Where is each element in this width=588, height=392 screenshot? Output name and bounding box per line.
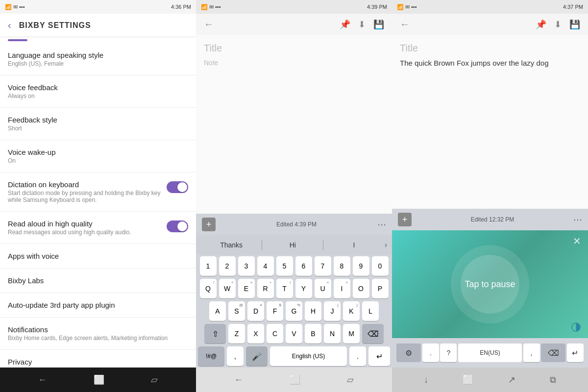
key-space[interactable]: English (US) [270,346,347,366]
key-c[interactable]: C [267,324,283,343]
suggestion-arrow-icon[interactable]: › [385,241,387,249]
settings-item-privacy[interactable]: Privacy [0,350,196,368]
key-j[interactable]: J( [324,301,341,321]
key-w[interactable]: W+ [219,279,236,298]
note-back-button-3[interactable]: ← [400,19,410,30]
key-x[interactable]: X [247,324,264,343]
dictation-toggle[interactable] [167,181,188,193]
move-icon[interactable]: ⬇ [358,19,366,30]
settings-item-voice-feedback[interactable]: Voice feedback Always on [0,75,196,108]
key-f[interactable]: F$ [267,301,283,321]
suggestion-hi[interactable]: Hi [262,239,323,251]
key-h[interactable]: H [305,301,321,321]
note-content-2[interactable]: Note [204,59,384,67]
key-comma[interactable]: , [227,346,244,366]
key-1[interactable]: 1 [200,256,217,276]
key-m[interactable]: M [343,324,360,343]
suggestion-thanks[interactable]: Thanks [201,239,262,251]
key-b[interactable]: B [305,324,321,343]
key-n[interactable]: N [324,324,341,343]
home-nav-icon[interactable]: ⬜ [94,374,104,385]
key-i[interactable]: I> [334,279,350,298]
settings-item-voice-wakeup[interactable]: Voice wake-up On [0,140,196,172]
key-7[interactable]: 7 [315,256,331,276]
save-icon[interactable]: 💾 [373,19,384,30]
key-9[interactable]: 9 [353,256,369,276]
mini-enter-key[interactable]: ↵ [567,343,584,362]
settings-item-language[interactable]: Language and speaking style English (US)… [0,43,196,75]
back-button[interactable]: ‹ [8,20,11,31]
key-symbols[interactable]: !#@ [198,346,224,366]
mini-question-key[interactable]: ? [440,343,457,362]
key-a[interactable]: A [209,301,226,321]
mini-period-key[interactable]: . [422,343,439,362]
save-icon-3[interactable]: 💾 [569,19,580,30]
settings-item-bixby-labs[interactable]: Bixby Labs [0,269,196,293]
voice-close-button[interactable]: ✕ [573,235,581,247]
settings-item-voice-feedback-subtitle: Always on [8,93,188,99]
mini-gear-key[interactable]: ⚙ [396,343,421,362]
settings-item-feedback-style[interactable]: Feedback style Short [0,108,196,140]
key-g[interactable]: G% [286,301,302,321]
key-z[interactable]: Z [228,324,245,343]
settings-item-notifications-title: Notifications [8,325,188,334]
key-mic[interactable]: 🎤 [246,346,268,366]
recent-nav-icon-3[interactable]: ↗ [508,374,515,385]
key-2[interactable]: 2 [219,256,236,276]
key-r[interactable]: R÷ [257,279,274,298]
key-8[interactable]: 8 [334,256,350,276]
settings-item-read-aloud[interactable]: Read aloud in high quality Read messages… [0,212,196,244]
note-title-3[interactable]: Title [400,43,580,54]
toolbar-more-icon-3[interactable]: ⋯ [573,214,582,225]
key-period[interactable]: . [349,346,366,366]
key-shift[interactable]: ⇧ [204,324,226,343]
home-nav-icon-3[interactable]: ⬜ [463,374,473,385]
key-q[interactable]: Q! [200,279,217,298]
back-nav-icon-3[interactable]: ↓ [424,375,428,385]
toolbar-add-button-3[interactable]: + [398,213,412,226]
settings-item-notifications[interactable]: Notifications Bixby Home cards, Edge scr… [0,318,196,350]
key-delete[interactable]: ⌫ [362,324,384,343]
settings-item-auto-update[interactable]: Auto-update 3rd party app plugin [0,293,196,318]
back-nav-icon[interactable]: ← [38,375,47,385]
voice-overlay[interactable]: ✕ Tap to pause ◑ [392,230,588,338]
note-title-2[interactable]: Title [204,43,384,54]
key-p[interactable]: P [372,279,389,298]
extra-nav-icon-3[interactable]: ⧉ [550,375,556,385]
key-y[interactable]: Y [295,279,312,298]
settings-item-apps-voice[interactable]: Apps with voice [0,244,196,269]
toolbar-add-button[interactable]: + [202,218,216,231]
note-content-3[interactable]: The quick Brown Fox jumps over the lazy … [400,59,580,67]
recent-nav-icon-2[interactable]: ▱ [347,374,354,385]
pin-icon-3[interactable]: 📌 [536,19,546,30]
key-d[interactable]: D# [247,301,264,321]
key-t[interactable]: T/ [276,279,293,298]
back-nav-icon-2[interactable]: ← [234,375,243,385]
key-v[interactable]: V [286,324,302,343]
move-icon-3[interactable]: ⬇ [554,19,562,30]
settings-item-dictation[interactable]: Dictation on keyboard Start dictation mo… [0,172,196,212]
voice-tap-label[interactable]: Tap to pause [465,279,515,290]
key-u[interactable]: U< [315,279,331,298]
key-6[interactable]: 6 [295,256,312,276]
home-nav-icon-2[interactable]: ⬜ [290,374,300,385]
key-e[interactable]: E× [238,279,255,298]
note-back-button[interactable]: ← [204,19,214,30]
read-aloud-toggle[interactable] [167,220,188,232]
mini-delete-key[interactable]: ⌫ [541,343,565,362]
key-k[interactable]: K) [343,301,360,321]
pin-icon[interactable]: 📌 [340,19,350,30]
suggestion-i[interactable]: I [323,239,384,251]
key-4[interactable]: 4 [257,256,274,276]
mini-space-key[interactable]: EN(US) [458,343,522,362]
key-l[interactable]: L [362,301,379,321]
recent-nav-icon[interactable]: ▱ [151,374,158,385]
key-3[interactable]: 3 [238,256,255,276]
key-enter[interactable]: ↵ [368,346,390,366]
key-0[interactable]: 0 [372,256,389,276]
key-o[interactable]: O [353,279,369,298]
toolbar-more-icon[interactable]: ⋯ [377,219,386,230]
key-5[interactable]: 5 [276,256,293,276]
mini-comma-key[interactable]: , [523,343,540,362]
key-s[interactable]: S@ [228,301,245,321]
